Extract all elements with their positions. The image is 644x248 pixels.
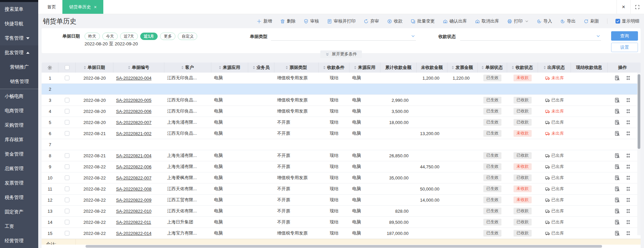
expand-more-button[interactable]: 展开更多条件 [320,50,362,58]
row-checkbox[interactable] [65,164,69,169]
row-checkbox[interactable] [65,198,69,202]
date-range-value[interactable]: 2022-08-20 至 2022-09-20 [85,41,138,47]
sort-icon[interactable] [323,66,325,69]
table-row-15[interactable]: 152022-08-22SA-20220822-014上海宝力有限...电脑增值… [42,228,641,239]
column-header-收款状态[interactable]: 收款状态 [507,63,538,73]
sort-icon[interactable] [354,66,356,69]
row-checkbox[interactable] [65,187,69,191]
table-row-12[interactable]: 122022-08-22SA-20220822-009江西工贸有限...电脑不开… [42,195,641,206]
row-checkbox[interactable] [65,76,69,80]
abandon-button[interactable]: 弃审 [364,18,379,24]
date-pill-近7天[interactable]: 近7天 [120,33,138,40]
table-row-8[interactable]: 82022-08-21SA-20220821-004上海先浦有限...电脑不开票… [42,150,641,161]
sidebar-item-10[interactable]: 采购管理 [0,118,38,132]
sort-icon[interactable] [544,66,546,69]
checkbox-checked-icon[interactable] [615,19,620,24]
row-checkbox[interactable] [65,209,69,213]
preview-icon[interactable] [614,97,620,103]
sort-icon[interactable] [181,66,183,69]
more-actions-icon[interactable] [626,120,631,125]
doc-number-link[interactable]: SA-20220822-007 [116,175,152,180]
doc-number-link[interactable]: SA-20220822-011 [116,220,151,225]
sort-icon[interactable] [512,66,514,69]
row-checkbox[interactable] [65,120,69,125]
more-actions-icon[interactable] [626,131,631,136]
sidebar-item-4[interactable]: 批发管理 [0,45,38,60]
preview-icon[interactable] [614,231,620,236]
refresh-button[interactable]: 刷新 [584,18,599,24]
sidebar-item-13[interactable]: 总账管理 [0,161,38,176]
table-row-2[interactable]: 2 [42,84,641,95]
sidebar-item-3[interactable]: 零售管理 [0,31,38,45]
sidebar-item-12[interactable]: 资金管理 [0,147,38,161]
batch-button[interactable]: 批量变更 [411,18,435,24]
sidebar-item-6[interactable]: 销售管理 [0,74,38,89]
doc-number-link[interactable]: SA-20220820-004 [116,76,152,81]
search-button[interactable]: 查询 [611,31,638,41]
row-checkbox[interactable] [65,231,69,236]
more-actions-icon[interactable] [626,208,631,214]
more-actions-icon[interactable] [626,186,631,192]
sidebar-item-5[interactable]: 营销推广 [0,60,38,74]
tab-sales-history[interactable]: 销货单历史 × [62,0,103,14]
preview-icon[interactable] [614,164,620,169]
date-pill-自定义[interactable]: 自定义 [178,33,197,40]
table-row-3[interactable]: 32022-08-20SA-20220820-005江西无印良品...电脑增值税… [42,95,641,106]
sort-icon[interactable] [128,66,130,69]
tab-close-icon[interactable]: × [94,5,97,9]
gear-icon[interactable] [47,65,52,70]
doc-number-link[interactable]: SA-20220820-006 [116,109,152,114]
column-header-来源应用[interactable]: 来源应用 [211,63,248,73]
settings-button[interactable]: 设置 [611,43,638,52]
table-row-1[interactable]: 12022-08-20SA-20220820-004江西无印良品...电脑增值税… [42,73,641,84]
row-checkbox[interactable] [65,98,69,102]
pay-status-select[interactable] [460,31,601,41]
audit_print-button[interactable]: 审核并打印 [327,18,356,24]
table-row-7[interactable]: 7 [42,139,641,150]
table-row-4[interactable]: 42022-08-20SA-20220820-006江西无印良品...电脑增值税… [42,106,641,117]
row-checkbox[interactable] [65,109,69,114]
table-row-11[interactable]: 112022-08-22SA-20220822-008江西天佑有限...电脑不开… [42,183,641,195]
doc-number-link[interactable]: SA-20220822-010 [116,209,152,214]
select-all-checkbox[interactable] [65,65,69,70]
cancel_out-button[interactable]: 取消出库 [475,18,499,24]
select-all-header[interactable] [58,63,76,73]
column-header-来源应用[interactable]: 来源应用 [350,63,380,73]
column-header-单据日期[interactable]: 单据日期 [76,63,113,73]
column-header-单据状态[interactable]: 单据状态 [478,63,507,73]
trash-button[interactable]: 删除 [280,18,296,24]
more-actions-icon[interactable] [626,197,631,203]
row-checkbox[interactable] [65,220,69,224]
column-header-业务员[interactable]: 业务员 [248,63,274,73]
sidebar-item-1[interactable]: 搜索菜单 [0,2,38,16]
doc-number-link[interactable]: SA-20220822-008 [116,187,152,192]
date-pill-今天[interactable]: 今天 [102,33,118,40]
preview-icon[interactable] [614,186,620,192]
doc-type-select[interactable] [271,31,416,41]
vertical-scrollbar[interactable] [637,73,641,235]
sidebar-item-8[interactable]: 小畅电商 [0,89,38,104]
table-row-13[interactable]: 132022-08-22SA-20220822-010江西天佑有限...电脑不开… [42,206,641,217]
more-actions-icon[interactable] [626,164,631,169]
more-actions-icon[interactable] [626,153,631,158]
preview-icon[interactable] [614,75,620,81]
doc-number-link[interactable]: SA-20220822-006 [116,164,152,169]
vertical-scrollbar-thumb[interactable] [638,74,640,149]
sort-icon[interactable] [452,66,454,69]
column-header-出库状态[interactable]: 出库状态 [538,63,571,73]
table-row-9[interactable]: 92022-08-22SA-20220822-006上海先浦有限...电脑不开票… [42,161,641,172]
close-icon[interactable]: × [616,0,630,14]
show-detail-toggle[interactable]: 显示明细 [615,18,639,24]
more-actions-icon[interactable] [626,175,631,180]
sidebar-item-2[interactable]: 快捷导航 [0,16,38,31]
more-actions-icon[interactable] [626,97,631,103]
doc-number-link[interactable]: SA-20220821-004 [116,153,152,158]
tab-home[interactable]: 首页 [41,0,62,14]
preview-icon[interactable] [614,208,620,214]
sort-icon[interactable] [219,66,221,69]
sort-icon[interactable] [253,66,255,69]
sidebar-item-16[interactable]: 固定资产 [0,205,38,219]
row-checkbox[interactable] [65,131,69,136]
sidebar-item-9[interactable]: 电商管理 [0,104,38,118]
column-header-单据编号[interactable]: 单据编号 [113,63,164,73]
